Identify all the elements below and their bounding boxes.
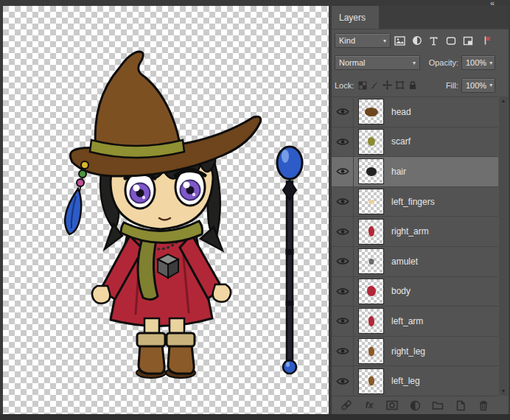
- filter-flag-icon: [483, 35, 492, 46]
- kind-filter-dropdown[interactable]: Kind ▾: [335, 33, 391, 48]
- lock-artboard-button[interactable]: [394, 79, 406, 92]
- add-layer-mask-button[interactable]: [384, 398, 400, 413]
- layer-name[interactable]: amulet: [391, 256, 418, 267]
- layer-name[interactable]: left_fingers: [391, 197, 435, 207]
- layer-thumbnail[interactable]: [358, 189, 384, 214]
- folder-icon: [432, 400, 444, 410]
- kind-label: Kind: [339, 36, 355, 45]
- opacity-value: 100%: [466, 58, 486, 67]
- eye-icon: [336, 287, 349, 295]
- layer-filter-toggle[interactable]: [480, 33, 495, 48]
- blend-mode-value: Normal: [339, 58, 365, 67]
- hat-drawing: [70, 52, 260, 176]
- lock-transparency-button[interactable]: [356, 79, 368, 92]
- layer-thumb-blob: [365, 108, 378, 116]
- scroll-down-icon[interactable]: ▼: [501, 388, 506, 394]
- new-layer-icon: [455, 400, 466, 411]
- layer-name[interactable]: right_arm: [391, 226, 429, 237]
- layer-name[interactable]: left_arm: [391, 316, 423, 326]
- layer-thumb-blob: [368, 137, 375, 146]
- layer-row-hair[interactable]: hair: [332, 157, 498, 187]
- layer-thumb-blob: [367, 286, 376, 296]
- layer-row-head[interactable]: head: [332, 97, 498, 127]
- link-layers-button[interactable]: [338, 398, 354, 413]
- lock-all-button[interactable]: [406, 79, 419, 92]
- character-artwork: [3, 6, 329, 414]
- layer-thumb-blob: [368, 316, 374, 326]
- smart-objects-filter-button[interactable]: [460, 33, 475, 48]
- new-group-button[interactable]: [430, 398, 446, 413]
- layer-thumbnail[interactable]: [358, 368, 384, 394]
- visibility-toggle[interactable]: [332, 187, 354, 217]
- layer-thumbnail[interactable]: [358, 158, 384, 184]
- layer-thumbnail[interactable]: [358, 308, 384, 334]
- layer-name[interactable]: scarf: [391, 136, 411, 147]
- lock-label: Lock:: [335, 81, 354, 90]
- tab-layers[interactable]: Layers: [332, 6, 379, 29]
- layer-thumbnail[interactable]: [358, 129, 384, 155]
- layer-name[interactable]: right_leg: [391, 346, 425, 357]
- eye-icon: [336, 138, 349, 146]
- layers-panel-toolbar: fx: [332, 396, 498, 414]
- new-layer-button[interactable]: [453, 398, 469, 413]
- fill-value-dropdown[interactable]: 100% ▾: [461, 78, 495, 93]
- half-circle-icon: [412, 35, 422, 46]
- layer-row-body[interactable]: body: [332, 277, 498, 307]
- layer-list-scrollbar[interactable]: ▲ ▼: [499, 97, 508, 396]
- layers-panel: Layers Kind ▾: [332, 6, 509, 414]
- collapse-panels-button[interactable]: «: [490, 0, 495, 7]
- character-drawing: [65, 52, 260, 378]
- layer-row-left_arm[interactable]: left_arm: [332, 307, 498, 337]
- photoshop-window: Layers Kind ▾: [0, 0, 510, 420]
- layer-name[interactable]: body: [391, 286, 411, 296]
- type-layers-filter-button[interactable]: [426, 33, 441, 48]
- blend-mode-dropdown[interactable]: Normal ▾: [335, 55, 420, 70]
- layer-row-scarf[interactable]: scarf: [332, 127, 498, 158]
- visibility-toggle[interactable]: [332, 217, 354, 246]
- fx-icon: fx: [366, 400, 374, 410]
- layer-row-left_fingers[interactable]: left_fingers: [332, 187, 498, 217]
- visibility-toggle[interactable]: [332, 97, 354, 127]
- visibility-toggle[interactable]: [332, 277, 354, 307]
- visibility-toggle[interactable]: [332, 127, 354, 157]
- layer-thumb-blob: [368, 200, 374, 204]
- checkerboard-icon: [358, 81, 367, 90]
- pixel-layers-filter-button[interactable]: [392, 33, 408, 48]
- adjustment-circle-icon: [410, 400, 421, 411]
- lock-image-button[interactable]: [368, 79, 381, 92]
- eye-icon: [336, 257, 349, 265]
- visibility-toggle[interactable]: [332, 247, 354, 276]
- layer-row-amulet[interactable]: amulet: [332, 247, 498, 277]
- layer-thumbnail[interactable]: [358, 99, 384, 125]
- layer-name[interactable]: hair: [391, 167, 406, 177]
- scroll-up-icon[interactable]: ▲: [501, 98, 506, 104]
- visibility-toggle[interactable]: [332, 157, 354, 186]
- layer-thumbnail[interactable]: [358, 279, 384, 304]
- move-icon: [382, 80, 392, 90]
- trash-icon: [478, 400, 489, 411]
- layer-mask-icon: [386, 400, 398, 410]
- layer-name[interactable]: left_leg: [391, 376, 420, 386]
- layer-thumbnail[interactable]: [358, 248, 384, 274]
- visibility-toggle[interactable]: [332, 366, 354, 396]
- delete-layer-button[interactable]: [475, 398, 492, 413]
- layer-row-left_leg[interactable]: left_leg: [332, 366, 498, 396]
- shape-layers-filter-button[interactable]: [443, 33, 458, 48]
- new-adjustment-layer-button[interactable]: [407, 398, 423, 413]
- opacity-value-dropdown[interactable]: 100% ▾: [461, 55, 495, 70]
- layer-row-right_leg[interactable]: right_leg: [332, 337, 498, 367]
- lock-position-button[interactable]: [381, 79, 394, 92]
- layer-row-right_arm[interactable]: right_arm: [332, 217, 498, 247]
- layer-thumbnail[interactable]: [358, 338, 384, 364]
- chevron-down-icon: ▾: [486, 60, 492, 66]
- layer-name[interactable]: head: [391, 107, 411, 117]
- layer-thumbnail[interactable]: [358, 219, 384, 245]
- layer-styles-button[interactable]: fx: [361, 398, 377, 413]
- visibility-toggle[interactable]: [332, 307, 354, 336]
- document-canvas[interactable]: [3, 6, 329, 414]
- eye-icon: [336, 228, 349, 236]
- visibility-toggle[interactable]: [332, 337, 354, 366]
- smart-object-icon: [463, 36, 473, 46]
- adjustment-layers-filter-button[interactable]: [409, 33, 425, 48]
- chevron-down-icon: ▾: [410, 60, 416, 66]
